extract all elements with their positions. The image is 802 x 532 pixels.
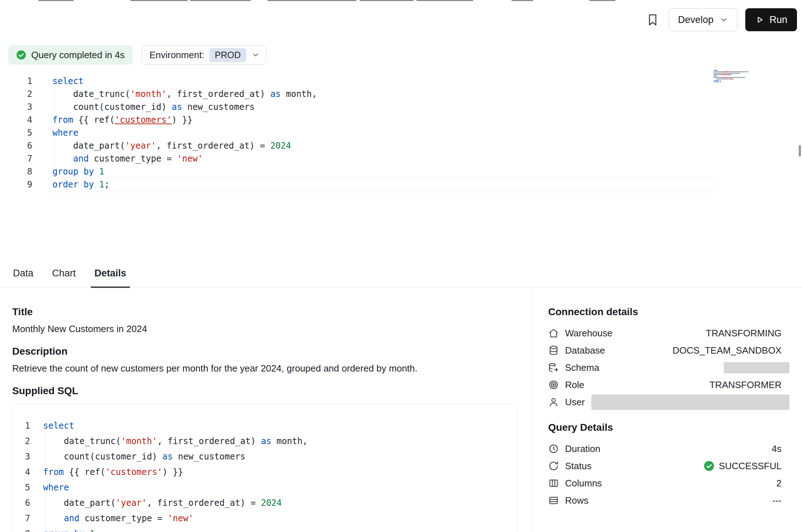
editor-code-area[interactable]: 1select2 date_trunc('month', first_order… (0, 75, 802, 191)
query-detail-row-label-text: Duration (565, 443, 600, 454)
query-detail-row: Rows--- (548, 492, 782, 509)
tab-data[interactable]: Data (12, 268, 34, 288)
connection-row-label-text: User (565, 397, 585, 408)
code-text: date_trunc('month', first_ordered_at) as… (43, 434, 308, 449)
connection-row-label-text: Warehouse (565, 328, 612, 339)
line-number: 1 (13, 418, 30, 434)
query-detail-row: Duration4s (548, 440, 782, 457)
connection-row: User (548, 393, 782, 411)
code-text: from {{ ref('customers') }} (43, 465, 183, 480)
query-detail-row-label-text: Columns (565, 478, 602, 489)
window-tab-mark (190, 0, 251, 1)
connection-row-value: TRANSFORMER (709, 379, 782, 391)
code-text: count(customer_id) as new_customers (43, 449, 246, 465)
connection-details-rows: WarehouseTRANSFORMINGDatabaseDOCS_TEAM_S… (548, 325, 782, 411)
line-number: 3 (13, 449, 30, 465)
line-number: 6 (13, 495, 30, 511)
code-line-8: 8group by 1 (13, 526, 517, 532)
title-heading: Title (12, 306, 517, 318)
code-text: and customer_type = 'new' (52, 152, 203, 165)
code-line-7: 7 and customer_type = 'new' (13, 511, 517, 526)
title-value: Monthly New Customers in 2024 (12, 323, 517, 335)
description-value: Retrieve the count of new customers per … (12, 363, 517, 374)
code-line-4: 4from {{ ref('customers') }} (13, 465, 517, 480)
line-number: 7 (0, 152, 32, 165)
code-text: where (52, 126, 78, 139)
develop-button[interactable]: Develop (669, 8, 737, 31)
connection-row: Schema (548, 359, 782, 376)
window-tab-mark (360, 0, 414, 1)
window-tab-mark (416, 0, 473, 1)
details-sidebar: Connection details WarehouseTRANSFORMING… (532, 288, 802, 532)
query-detail-row-value: 4s (772, 443, 782, 454)
develop-button-label: Develop (678, 14, 713, 25)
line-number: 2 (13, 434, 30, 449)
environment-select[interactable]: Environment: PROD (142, 45, 266, 65)
environment-value-badge: PROD (209, 48, 246, 62)
query-detail-row-label-text: Status (565, 461, 592, 472)
code-text: count(customer_id) as new_customers (52, 101, 255, 113)
run-button[interactable]: Run (745, 8, 797, 31)
app-window: Develop Run Query completed in 4s Enviro… (0, 0, 802, 532)
supplied-sql-block: 1select2 date_trunc('month', first_order… (12, 403, 517, 532)
connection-row: RoleTRANSFORMER (548, 376, 782, 393)
code-text: from {{ ref('customers') }} (52, 113, 192, 126)
code-text: date_part('year', first_ordered_at) = 20… (43, 495, 282, 511)
line-number: 8 (0, 165, 32, 178)
connection-row-value: TRANSFORMING (706, 328, 782, 339)
connection-row-value (724, 362, 782, 373)
code-text: date_trunc('month', first_ordered_at) as… (52, 88, 317, 101)
database-icon (548, 345, 559, 356)
scrollbar-thumb[interactable] (799, 145, 801, 157)
connection-row-label: Warehouse (548, 328, 612, 339)
run-button-label: Run (769, 14, 787, 25)
code-text: order by 1; (52, 178, 109, 191)
query-status-text: Query completed in 4s (31, 50, 125, 61)
code-text: date_part('year', first_ordered_at) = 20… (52, 139, 291, 152)
status-icon (548, 461, 559, 471)
chevron-down-icon (719, 15, 728, 24)
code-text: select (52, 75, 84, 88)
window-tab-mark (589, 0, 615, 1)
details-content: Title Monthly New Customers in 2024 Desc… (0, 288, 802, 532)
top-toolbar: Develop Run (0, 0, 802, 39)
code-line-7: 7 and customer_type = 'new' (0, 152, 802, 165)
query-detail-row-value: --- (772, 495, 782, 506)
code-text: group by 1 (52, 165, 104, 178)
query-detail-row-label: Rows (548, 495, 588, 506)
code-text: where (43, 480, 69, 495)
query-detail-row-label: Status (548, 461, 592, 472)
duration-icon (548, 443, 559, 454)
redacted-value (591, 395, 789, 410)
connection-row-label-text: Role (565, 379, 584, 391)
code-line-8: 8group by 1 (0, 165, 802, 178)
tab-details[interactable]: Details (94, 268, 127, 288)
sql-editor[interactable]: 1select2 date_trunc('month', first_order… (0, 65, 802, 259)
minimap-line (714, 81, 752, 83)
window-tab-mark (512, 0, 533, 1)
code-line-4: 4from {{ ref('customers') }} (0, 113, 802, 126)
editor-minimap[interactable] (714, 70, 752, 83)
connection-details-heading: Connection details (548, 306, 782, 318)
tab-chart[interactable]: Chart (51, 268, 76, 288)
code-text: group by 1 (43, 526, 95, 532)
bookmark-icon (646, 13, 659, 27)
line-number: 3 (0, 101, 32, 113)
connection-row-label: Role (548, 379, 584, 391)
warehouse-icon (548, 328, 559, 339)
code-line-6: 6 date_part('year', first_ordered_at) = … (13, 495, 517, 511)
success-check-icon (704, 461, 714, 471)
connection-row-label: Database (548, 345, 605, 356)
connection-row-value: DOCS_TEAM_SANDBOX (673, 345, 782, 356)
bookmark-button[interactable] (644, 11, 661, 28)
code-line-1: 1select (0, 75, 802, 88)
schema-icon (548, 362, 559, 373)
results-tab-bar: DataChartDetails (0, 259, 802, 288)
details-main: Title Monthly New Customers in 2024 Desc… (0, 288, 532, 532)
query-detail-row-label: Duration (548, 443, 600, 454)
query-details-rows: Duration4sStatusSUCCESSFULColumns2Rows--… (548, 440, 782, 509)
success-check-icon (16, 50, 26, 60)
connection-row-value (591, 395, 782, 410)
line-number: 2 (0, 88, 32, 101)
chevron-down-icon (251, 51, 260, 59)
